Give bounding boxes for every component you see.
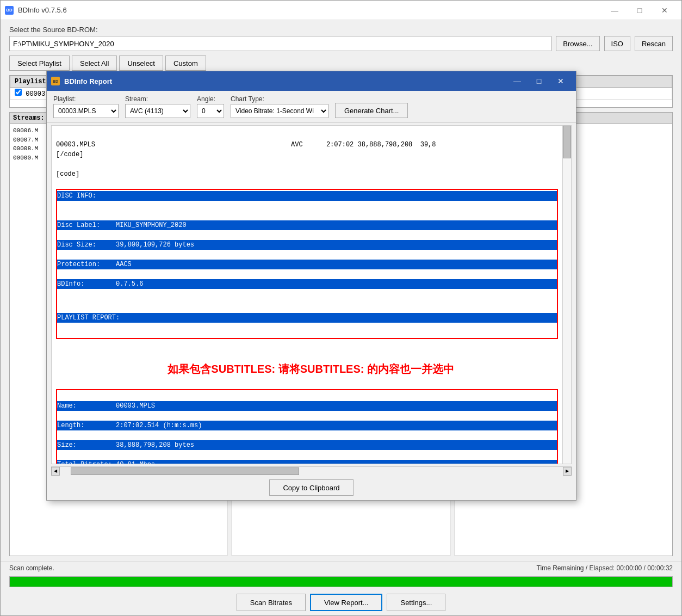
- report-code-close: [/code]: [56, 151, 83, 158]
- stream-label: Stream:: [125, 95, 190, 103]
- stream-group: Stream: AVC (4113): [125, 95, 190, 118]
- size-line: Size: 38,888,798,208 bytes: [57, 440, 557, 450]
- bottom-section: Scan complete. Time Remaining / Elapsed:…: [1, 562, 681, 615]
- chart-type-group: Chart Type: Video Bitrate: 1-Second Wi: [231, 95, 328, 118]
- report-code-open: [code]: [56, 170, 79, 178]
- scan-bitrates-button[interactable]: Scan Bitrates: [237, 594, 306, 611]
- minimize-button[interactable]: —: [602, 2, 627, 19]
- iso-button[interactable]: ISO: [604, 36, 630, 51]
- title-bar-controls: — □ ✕: [602, 2, 677, 19]
- modal-title-left: BD BDInfo Report: [51, 77, 112, 85]
- scrollbar-track: [60, 467, 563, 475]
- angle-group: Angle: 0: [197, 95, 224, 118]
- disc-label-line: Disc Label: MIKU_SYMPHONY_2020: [57, 220, 557, 230]
- settings-button[interactable]: Settings...: [387, 594, 445, 611]
- scroll-left-arrow[interactable]: ◀: [51, 467, 60, 476]
- scroll-right-arrow[interactable]: ▶: [563, 467, 572, 476]
- modal-maximize-button[interactable]: □: [528, 73, 550, 89]
- playlist-select[interactable]: 00003.MPLS: [53, 104, 119, 118]
- report-line1: 00003.MPLS AVC 2:07:02 38,888,798,208 39…: [56, 141, 436, 149]
- app-icon: BD: [5, 6, 14, 15]
- playlist-report-header: PLAYLIST REPORT:: [57, 313, 557, 323]
- view-report-button[interactable]: View Report...: [310, 594, 382, 611]
- progress-bar-container: [9, 576, 673, 587]
- chinese-annotation-container: 如果包含SUBTITLES: 请将SUBTITLES: 的内容也一并选中: [56, 349, 558, 379]
- browse-button[interactable]: Browse...: [556, 36, 599, 51]
- vertical-scrollbar[interactable]: [562, 126, 571, 464]
- scrollbar-thumb[interactable]: [563, 126, 571, 158]
- generate-chart-button[interactable]: Generate Chart...: [335, 103, 408, 118]
- custom-button[interactable]: Custom: [165, 56, 206, 71]
- bdinfo-report-modal: BD BDInfo Report — □ ✕ Playlist: 00003.M…: [46, 71, 576, 501]
- disc-size-line: Disc Size: 39,800,109,726 bytes: [57, 240, 557, 250]
- source-label: Select the Source BD-ROM:: [9, 26, 673, 34]
- playlist-checkbox[interactable]: [15, 89, 22, 96]
- scan-status: Scan complete.: [9, 564, 54, 572]
- angle-label: Angle:: [197, 95, 224, 103]
- selected-region-2: Name: 00003.MPLS Length: 2:07:02.514 (h:…: [56, 389, 558, 464]
- playlist-label: Playlist:: [53, 95, 119, 103]
- source-section: Select the Source BD-ROM: Browse... ISO …: [9, 26, 673, 51]
- modal-report-area: 00003.MPLS AVC 2:07:02 38,888,798,208 39…: [51, 125, 572, 464]
- unselect-button[interactable]: Unselect: [119, 56, 163, 71]
- modal-title-text: BDInfo Report: [64, 77, 112, 85]
- scrollbar-h-thumb[interactable]: [71, 467, 299, 475]
- selected-region: DISC INFO: Disc Label: MIKU_SYMPHONY_202…: [56, 189, 558, 339]
- title-bar-left: BD BDInfo v0.7.5.6: [5, 6, 67, 15]
- modal-close-button[interactable]: ✕: [550, 73, 572, 89]
- angle-select[interactable]: 0: [197, 104, 224, 118]
- chinese-annotation: 如果包含SUBTITLES: 请将SUBTITLES: 的内容也一并选中: [168, 363, 454, 375]
- select-all-button[interactable]: Select All: [72, 56, 117, 71]
- copy-btn-row: Copy to Clipboard: [47, 475, 576, 500]
- report-content: 00003.MPLS AVC 2:07:02 38,888,798,208 39…: [52, 126, 562, 464]
- source-path-input[interactable]: [9, 36, 551, 51]
- copy-to-clipboard-button[interactable]: Copy to Clipboard: [269, 479, 353, 496]
- chart-type-select[interactable]: Video Bitrate: 1-Second Wi: [231, 104, 328, 118]
- time-status: Time Remaining / Elapsed: 00:00:00 / 00:…: [537, 564, 673, 572]
- modal-title-bar: BD BDInfo Report — □ ✕: [47, 71, 576, 91]
- playlist-bar: Select Playlist Select All Unselect Cust…: [9, 56, 673, 71]
- bottom-buttons: Scan Bitrates View Report... Settings...: [1, 589, 681, 615]
- main-title-bar: BD BDInfo v0.7.5.6 — □ ✕: [1, 1, 681, 20]
- close-button[interactable]: ✕: [652, 2, 677, 19]
- bitrate-line: Total Bitrate: 40.81 Mbps: [57, 460, 557, 464]
- modal-title-controls: — □ ✕: [506, 73, 572, 89]
- modal-minimize-button[interactable]: —: [506, 73, 528, 89]
- report-scroll-area[interactable]: 00003.MPLS AVC 2:07:02 38,888,798,208 39…: [52, 126, 562, 464]
- source-row: Browse... ISO Rescan: [9, 36, 673, 51]
- modal-toolbar: Playlist: 00003.MPLS Stream: AVC (4113) …: [47, 91, 576, 123]
- chart-type-label: Chart Type:: [231, 95, 328, 103]
- main-title-text: BDInfo v0.7.5.6: [18, 6, 67, 14]
- rescan-button[interactable]: Rescan: [635, 36, 673, 51]
- select-playlist-button[interactable]: Select Playlist: [9, 56, 70, 71]
- modal-app-icon: BD: [51, 77, 60, 85]
- bdinfo-line: BDInfo: 0.7.5.6: [57, 279, 557, 289]
- name-line: Name: 00003.MPLS: [57, 401, 557, 411]
- playlist-group: Playlist: 00003.MPLS: [53, 95, 119, 118]
- length-line: Length: 2:07:02.514 (h:m:s.ms): [57, 421, 557, 430]
- protection-line: Protection: AACS: [57, 260, 557, 269]
- disc-info-header: DISC INFO:: [57, 191, 557, 201]
- status-bar: Scan complete. Time Remaining / Elapsed:…: [1, 562, 681, 574]
- progress-bar-fill: [10, 577, 672, 587]
- stream-select[interactable]: AVC (4113): [125, 104, 190, 118]
- horizontal-scrollbar[interactable]: ◀ ▶: [51, 466, 572, 475]
- maximize-button[interactable]: □: [627, 2, 652, 19]
